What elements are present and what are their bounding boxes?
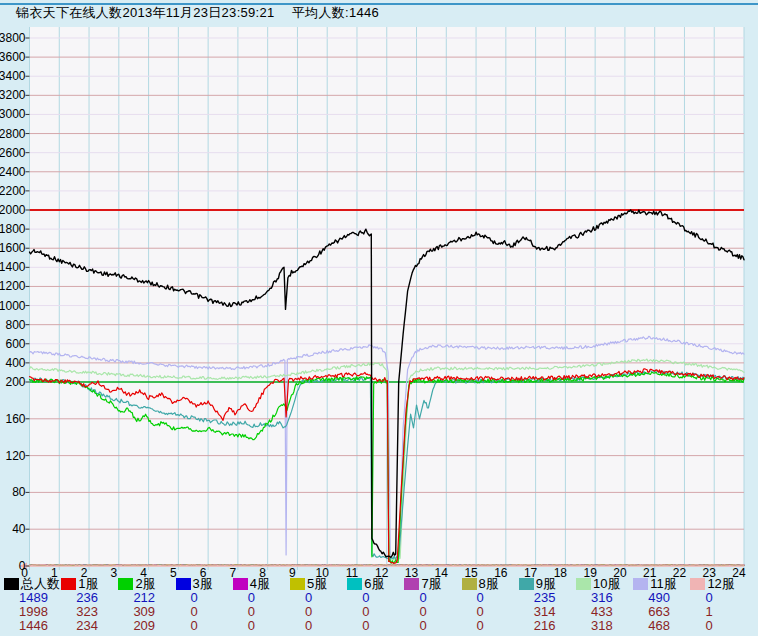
- svg-text:1: 1: [51, 566, 58, 580]
- svg-text:2800: 2800: [0, 127, 26, 141]
- svg-text:3400: 3400: [0, 69, 26, 83]
- svg-text:80: 80: [12, 485, 26, 499]
- svg-text:17: 17: [524, 566, 538, 580]
- svg-text:22: 22: [673, 566, 687, 580]
- svg-text:5: 5: [170, 566, 177, 580]
- svg-text:0: 0: [21, 566, 28, 580]
- axis-ticks: [26, 38, 30, 566]
- x-axis-labels: 0123456789101112131415161718192021222324: [21, 566, 746, 580]
- svg-text:20: 20: [613, 566, 627, 580]
- svg-text:16: 16: [494, 566, 508, 580]
- svg-text:120: 120: [5, 449, 25, 463]
- svg-text:8: 8: [259, 566, 266, 580]
- svg-text:1600: 1600: [0, 241, 26, 255]
- svg-text:200: 200: [5, 375, 25, 389]
- svg-text:23: 23: [703, 566, 717, 580]
- svg-text:11: 11: [346, 566, 359, 580]
- svg-text:800: 800: [5, 318, 25, 332]
- svg-text:12: 12: [375, 566, 389, 580]
- svg-text:10: 10: [316, 566, 330, 580]
- svg-text:6: 6: [200, 566, 207, 580]
- series-12服: [30, 565, 745, 566]
- svg-text:7: 7: [230, 566, 237, 580]
- svg-text:2200: 2200: [0, 184, 26, 198]
- svg-text:13: 13: [405, 566, 419, 580]
- svg-text:14: 14: [435, 566, 449, 580]
- svg-text:3: 3: [110, 566, 117, 580]
- svg-text:9: 9: [289, 566, 296, 580]
- svg-text:1800: 1800: [0, 222, 26, 236]
- svg-text:1400: 1400: [0, 260, 26, 274]
- y-axis-labels: 2004006008001000120014001600180020002200…: [0, 31, 26, 573]
- svg-text:3200: 3200: [0, 88, 26, 102]
- svg-text:2: 2: [81, 566, 88, 580]
- svg-text:600: 600: [5, 337, 25, 351]
- svg-text:4: 4: [140, 566, 147, 580]
- svg-text:3600: 3600: [0, 50, 26, 64]
- svg-text:15: 15: [464, 566, 478, 580]
- svg-text:18: 18: [554, 566, 568, 580]
- svg-text:2000: 2000: [0, 203, 26, 217]
- svg-text:24: 24: [732, 566, 746, 580]
- svg-text:2600: 2600: [0, 146, 26, 160]
- svg-text:3000: 3000: [0, 107, 26, 121]
- svg-text:19: 19: [583, 566, 597, 580]
- online-count-chart: 2004006008001000120014001600180020002200…: [0, 0, 758, 636]
- svg-text:160: 160: [5, 412, 25, 426]
- svg-text:21: 21: [643, 566, 657, 580]
- svg-text:3800: 3800: [0, 31, 26, 45]
- svg-text:40: 40: [12, 522, 26, 536]
- svg-text:1000: 1000: [0, 299, 26, 313]
- svg-text:1200: 1200: [0, 279, 26, 293]
- svg-text:400: 400: [5, 356, 25, 370]
- svg-text:2400: 2400: [0, 165, 26, 179]
- online-count-monitor-window: 锦衣天下在线人数2013年11月23日23:59:21 平均人数:1446 20…: [0, 0, 758, 636]
